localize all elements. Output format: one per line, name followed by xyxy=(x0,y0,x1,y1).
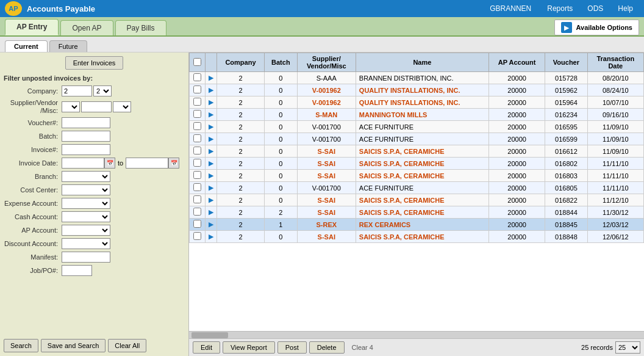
table-row[interactable]: ▶ 2 0 S-SAI SAICIS S.P.A, CERAMICHE 2000… xyxy=(190,158,644,170)
tab-open-ap[interactable]: Open AP xyxy=(60,20,113,35)
search-button[interactable]: Search xyxy=(4,339,38,352)
sub-tab-future[interactable]: Future xyxy=(49,40,87,52)
row-checkbox[interactable] xyxy=(193,171,201,179)
invoice-input[interactable] xyxy=(62,144,110,155)
table-row[interactable]: ▶ 2 0 V-001962 QUALITY INSTALLATIONS, IN… xyxy=(190,96,644,109)
supplier-select1[interactable] xyxy=(62,101,80,112)
row-arrow-cell[interactable]: ▶ xyxy=(206,109,217,121)
row-arrow-cell[interactable]: ▶ xyxy=(206,96,217,109)
row-expand-arrow[interactable]: ▶ xyxy=(209,123,213,130)
expense-account-select[interactable] xyxy=(62,198,110,209)
row-checkbox[interactable] xyxy=(193,183,201,191)
tab-ap-entry[interactable]: AP Entry xyxy=(5,19,59,35)
records-per-page-select[interactable]: 25 50 100 xyxy=(615,341,640,354)
horizontal-scrollbar[interactable] xyxy=(189,331,644,338)
row-checkbox[interactable] xyxy=(193,232,201,240)
table-row[interactable]: ▶ 2 0 S-SAI SAICIS S.P.A, CERAMICHE 2000… xyxy=(190,170,644,182)
row-expand-arrow[interactable]: ▶ xyxy=(209,184,213,191)
row-checkbox-cell[interactable] xyxy=(190,182,206,194)
row-checkbox-cell[interactable] xyxy=(190,170,206,182)
row-expand-arrow[interactable]: ▶ xyxy=(209,208,213,216)
table-row[interactable]: ▶ 2 0 S-SAI SAICIS S.P.A, CERAMICHE 2000… xyxy=(190,194,644,206)
row-arrow-cell[interactable]: ▶ xyxy=(206,72,217,84)
row-checkbox-cell[interactable] xyxy=(190,206,206,219)
row-arrow-cell[interactable]: ▶ xyxy=(206,231,217,243)
company-input[interactable] xyxy=(62,85,92,96)
row-arrow-cell[interactable]: ▶ xyxy=(206,182,217,194)
row-expand-arrow[interactable]: ▶ xyxy=(209,111,213,118)
row-expand-arrow[interactable]: ▶ xyxy=(209,147,213,154)
table-row[interactable]: ▶ 2 0 V-001700 ACE FURNITURE 20000 01680… xyxy=(190,182,644,194)
table-row[interactable]: ▶ 2 0 S-SAI SAICIS S.P.A, CERAMICHE 2000… xyxy=(190,231,644,243)
row-checkbox-cell[interactable] xyxy=(190,133,206,145)
data-table-wrapper[interactable]: Company Batch Supplier/Vendor/Misc Name … xyxy=(189,53,644,331)
table-row[interactable]: ▶ 2 2 S-SAI SAICIS S.P.A, CERAMICHE 2000… xyxy=(190,206,644,219)
row-expand-arrow[interactable]: ▶ xyxy=(209,159,213,167)
discount-account-select[interactable] xyxy=(62,238,110,249)
view-report-button[interactable]: View Report xyxy=(223,341,275,354)
row-checkbox[interactable] xyxy=(193,220,201,228)
ap-account-select[interactable] xyxy=(62,225,110,236)
calendar-from-icon[interactable]: 📅 xyxy=(104,158,115,169)
table-row[interactable]: ▶ 2 0 V-001700 ACE FURNITURE 20000 01659… xyxy=(190,121,644,133)
clear-all-button[interactable]: Clear All xyxy=(108,339,146,352)
supplier-select2[interactable] xyxy=(113,101,131,112)
table-row[interactable]: ▶ 2 0 V-001700 ACE FURNITURE 20000 01659… xyxy=(190,133,644,145)
row-checkbox[interactable] xyxy=(193,122,201,130)
select-all-checkbox[interactable] xyxy=(193,58,201,66)
row-arrow-cell[interactable]: ▶ xyxy=(206,84,217,96)
row-checkbox-cell[interactable] xyxy=(190,109,206,121)
table-row[interactable]: ▶ 2 0 S-MAN MANNINGTON MILLS 20000 01623… xyxy=(190,109,644,121)
delete-button[interactable]: Delete xyxy=(309,341,345,354)
scroll-thumb[interactable] xyxy=(191,332,228,338)
branch-select[interactable] xyxy=(62,171,110,182)
table-row[interactable]: ▶ 2 0 S-SAI SAICIS S.P.A, CERAMICHE 2000… xyxy=(190,145,644,158)
supplier-input[interactable] xyxy=(81,101,112,112)
row-arrow-cell[interactable]: ▶ xyxy=(206,219,217,231)
batch-input[interactable] xyxy=(62,131,110,142)
row-checkbox[interactable] xyxy=(193,85,201,93)
row-expand-arrow[interactable]: ▶ xyxy=(209,196,213,203)
row-checkbox[interactable] xyxy=(193,208,201,216)
cost-center-select[interactable] xyxy=(62,184,110,195)
edit-button[interactable]: Edit xyxy=(193,341,220,354)
row-arrow-cell[interactable]: ▶ xyxy=(206,170,217,182)
row-checkbox-cell[interactable] xyxy=(190,194,206,206)
row-checkbox-cell[interactable] xyxy=(190,231,206,243)
row-checkbox-cell[interactable] xyxy=(190,72,206,84)
row-expand-arrow[interactable]: ▶ xyxy=(209,74,213,81)
row-checkbox-cell[interactable] xyxy=(190,96,206,109)
jobpo-input[interactable] xyxy=(62,265,92,276)
cash-account-select[interactable] xyxy=(62,211,110,222)
row-expand-arrow[interactable]: ▶ xyxy=(209,98,213,106)
available-options[interactable]: ▶ Available Options xyxy=(554,20,639,35)
nav-ods[interactable]: ODS xyxy=(581,3,609,14)
sub-tab-current[interactable]: Current xyxy=(5,40,48,52)
row-checkbox[interactable] xyxy=(193,134,201,142)
row-checkbox[interactable] xyxy=(193,73,201,81)
table-row[interactable]: ▶ 2 0 S-AAA BRANNEN DISTRIBTION, INC. 20… xyxy=(190,72,644,84)
row-checkbox[interactable] xyxy=(193,195,201,203)
invoice-date-from[interactable] xyxy=(62,158,104,169)
calendar-to-icon[interactable]: 📅 xyxy=(168,158,179,169)
row-checkbox-cell[interactable] xyxy=(190,121,206,133)
save-and-search-button[interactable]: Save and Search xyxy=(41,339,106,352)
row-arrow-cell[interactable]: ▶ xyxy=(206,145,217,158)
row-expand-arrow[interactable]: ▶ xyxy=(209,86,213,93)
tab-pay-bills[interactable]: Pay Bills xyxy=(115,20,166,35)
row-checkbox[interactable] xyxy=(193,159,201,167)
table-row[interactable]: ▶ 2 0 V-001962 QUALITY INSTALLATIONS, IN… xyxy=(190,84,644,96)
row-expand-arrow[interactable]: ▶ xyxy=(209,172,213,179)
row-checkbox[interactable] xyxy=(193,147,201,154)
row-expand-arrow[interactable]: ▶ xyxy=(209,220,213,228)
row-checkbox-cell[interactable] xyxy=(190,145,206,158)
row-checkbox-cell[interactable] xyxy=(190,158,206,170)
table-row[interactable]: ▶ 2 1 S-REX REX CERAMICS 20000 018845 12… xyxy=(190,219,644,231)
manifest-input[interactable] xyxy=(62,252,110,263)
row-arrow-cell[interactable]: ▶ xyxy=(206,194,217,206)
row-arrow-cell[interactable]: ▶ xyxy=(206,133,217,145)
row-checkbox-cell[interactable] xyxy=(190,219,206,231)
row-arrow-cell[interactable]: ▶ xyxy=(206,121,217,133)
row-checkbox-cell[interactable] xyxy=(190,84,206,96)
enter-invoices-button[interactable]: Enter Invoices xyxy=(65,56,124,70)
